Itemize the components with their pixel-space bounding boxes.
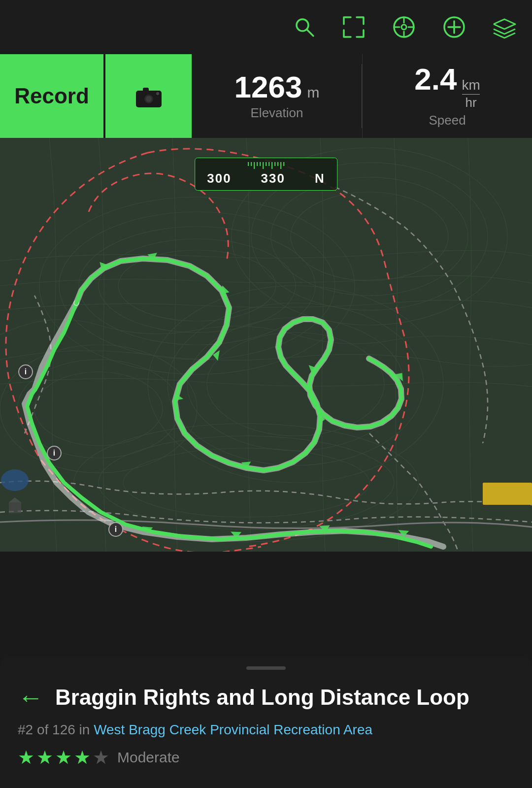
svg-text:i: i: [25, 367, 27, 376]
speed-value: 2.4: [414, 64, 457, 95]
svg-text:i: i: [115, 525, 117, 533]
compass-tick-tall: [280, 162, 281, 169]
compass-label-300: 300: [207, 171, 231, 186]
sheet-handle[interactable]: [246, 666, 286, 670]
speed-unit: km hr: [462, 78, 480, 109]
compass-tick: [248, 162, 249, 166]
map-svg: i i i: [0, 138, 532, 552]
svg-point-3: [401, 25, 406, 30]
bottom-sheet: ← Braggin Rights and Long Distance Loop …: [0, 657, 532, 788]
layers-icon[interactable]: [492, 14, 517, 40]
star-2: ★: [36, 747, 53, 768]
trail-name: Braggin Rights and Long Distance Loop: [55, 685, 469, 710]
compass-tick: [283, 162, 284, 166]
compass-tick: [266, 162, 266, 166]
elevation-label: Elevation: [251, 105, 303, 121]
speed-stat: 2.4 km hr Speed: [362, 54, 532, 138]
top-toolbar: [0, 0, 532, 54]
rating-row: ★ ★ ★ ★ ★ Moderate: [18, 747, 514, 768]
svg-point-30: [271, 177, 468, 296]
elevation-value: 1263: [234, 72, 302, 102]
svg-point-27: [34, 372, 163, 446]
trail-ranking: #2 of 126 in West Bragg Creek Provincial…: [18, 722, 514, 738]
compass-tick: [257, 162, 258, 166]
svg-rect-14: [143, 88, 149, 92]
svg-point-22: [167, 303, 424, 465]
svg-point-15: [156, 92, 159, 95]
difficulty-label: Moderate: [117, 749, 180, 766]
svg-text:i: i: [53, 449, 55, 457]
svg-rect-56: [9, 502, 21, 513]
location-icon[interactable]: [391, 14, 417, 40]
compass-tick-tall: [271, 162, 272, 169]
sheet-title-row: ← Braggin Rights and Long Distance Loop: [18, 685, 514, 710]
svg-line-1: [307, 30, 313, 36]
compass-tick: [251, 162, 252, 166]
add-icon[interactable]: [441, 14, 467, 40]
svg-point-18: [79, 227, 315, 345]
camera-button[interactable]: [105, 54, 192, 138]
record-button[interactable]: Record: [0, 54, 103, 138]
compass-label-n: N: [315, 171, 325, 186]
svg-point-31: [291, 192, 448, 281]
expand-icon[interactable]: [341, 14, 366, 40]
search-icon[interactable]: [293, 15, 316, 39]
elevation-unit: m: [307, 84, 319, 101]
compass-labels: 300 330 N: [207, 171, 325, 186]
area-link[interactable]: West Bragg Creek Provincial Recreation A…: [94, 722, 372, 737]
compass-tick-row: [248, 162, 284, 169]
elevation-stat: 1263 m Elevation: [192, 54, 362, 138]
speed-label: Speed: [429, 113, 466, 128]
back-button[interactable]: ←: [18, 685, 43, 710]
compass-tick-tall: [263, 162, 264, 169]
star-1: ★: [18, 747, 34, 768]
compass-bar: 300 330 N: [195, 158, 337, 191]
svg-point-55: [1, 469, 29, 491]
svg-marker-57: [9, 497, 21, 502]
map-area[interactable]: i i i: [0, 138, 532, 552]
compass-label-330: 330: [261, 171, 285, 186]
compass-tick: [260, 162, 261, 166]
compass-tick: [277, 162, 278, 166]
svg-point-19: [99, 239, 296, 332]
compass-tick: [274, 162, 275, 166]
compass-tick-tall: [254, 162, 255, 169]
svg-rect-35: [483, 483, 532, 505]
stats-bar: Record 1263 m Elevation 2.4 km hr Speed: [0, 54, 532, 138]
star-5: ★: [93, 747, 109, 768]
compass-tick: [268, 162, 269, 166]
star-3: ★: [55, 747, 72, 768]
star-rating: ★ ★ ★ ★ ★: [18, 747, 109, 768]
svg-point-13: [146, 96, 152, 102]
star-4: ★: [74, 747, 91, 768]
